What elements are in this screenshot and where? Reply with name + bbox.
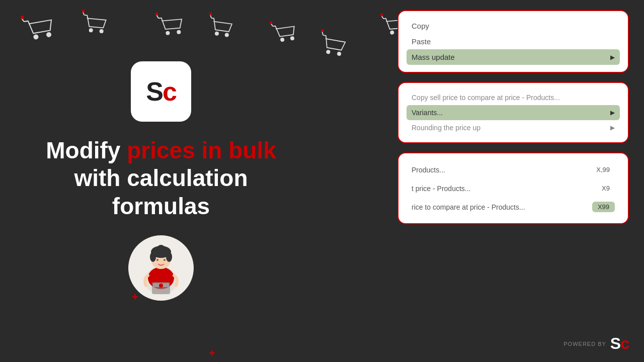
logo-c: c — [163, 77, 176, 106]
footer-logo-s: S — [610, 334, 620, 352]
powered-by-text: POWERED BY — [564, 341, 606, 347]
logo-s: S — [146, 77, 163, 106]
arrow-icon-2: ▶ — [610, 109, 615, 116]
svg-point-20 — [326, 50, 331, 54]
panel-context-menu: Copy Paste Mass update ▶ — [397, 10, 629, 73]
submenu-item-variants[interactable]: Variants... ▶ — [407, 105, 620, 120]
option-badge-1: X,99 — [591, 164, 615, 175]
svg-point-47 — [159, 284, 163, 288]
option-row-1[interactable]: Products... X,99 — [407, 160, 620, 179]
svg-point-21 — [337, 51, 341, 56]
footer-logo-c: c — [620, 334, 629, 352]
arrow-icon: ▶ — [610, 54, 615, 61]
submenu-variants-label: Variants... — [412, 109, 443, 117]
headline-line2: with calculation — [46, 164, 276, 192]
svg-point-41 — [166, 252, 172, 262]
submenu-item-rounding[interactable]: Rounding the price up ▶ — [407, 120, 620, 135]
menu-item-copy-label: Copy — [412, 22, 429, 30]
logo-container: Sc — [131, 61, 191, 122]
footer: POWERED BY Sc — [564, 334, 629, 353]
svg-point-43 — [156, 259, 158, 261]
option-row-2[interactable]: t price - Products... X9 — [407, 179, 620, 198]
plus-3: + — [209, 347, 215, 360]
svg-point-24 — [390, 30, 394, 35]
option-label-3: rice to compare at price - Products... — [412, 203, 525, 211]
logo-text: Sc — [146, 76, 176, 107]
person-svg — [131, 238, 191, 298]
headline-line3: formulas — [46, 193, 276, 220]
menu-item-copy[interactable]: Copy — [407, 18, 620, 34]
headline: Modify prices in bulk with calculation f… — [46, 137, 276, 220]
svg-point-40 — [150, 252, 156, 262]
right-panel: Copy Paste Mass update ▶ Copy sell price… — [397, 10, 629, 224]
menu-item-paste[interactable]: Paste — [407, 34, 620, 49]
option-label-1: Products... — [412, 166, 445, 174]
svg-point-44 — [164, 259, 166, 261]
menu-item-paste-label: Paste — [412, 37, 431, 46]
svg-point-42 — [157, 245, 165, 253]
option-badge-2: X9 — [597, 183, 615, 194]
panel-submenu: Copy sell price to compare at price - Pr… — [397, 82, 629, 143]
menu-item-mass-update-label: Mass update — [412, 53, 455, 61]
headline-line1: Modify prices in bulk — [46, 137, 276, 164]
svg-rect-27 — [380, 14, 383, 16]
footer-logo: Sc — [610, 334, 629, 353]
arrow-icon-3: ▶ — [610, 124, 615, 131]
option-row-3[interactable]: rice to compare at price - Products... X… — [407, 198, 620, 216]
menu-item-mass-update[interactable]: Mass update ▶ — [407, 49, 620, 65]
submenu-copy-price-label: Copy sell price to compare at price - Pr… — [412, 94, 560, 102]
option-label-2: t price - Products... — [412, 185, 470, 193]
left-panel: Sc Modify prices in bulk with calculatio… — [0, 0, 322, 362]
plus-2: + — [132, 291, 138, 304]
panel-options: Products... X,99 t price - Products... X… — [397, 152, 629, 224]
headline-red: prices in bulk — [127, 137, 276, 163]
submenu-item-copy-price[interactable]: Copy sell price to compare at price - Pr… — [407, 90, 620, 105]
option-badge-3: X99 — [592, 202, 615, 212]
person-illustration — [128, 235, 194, 301]
submenu-rounding-label: Rounding the price up — [412, 124, 480, 132]
